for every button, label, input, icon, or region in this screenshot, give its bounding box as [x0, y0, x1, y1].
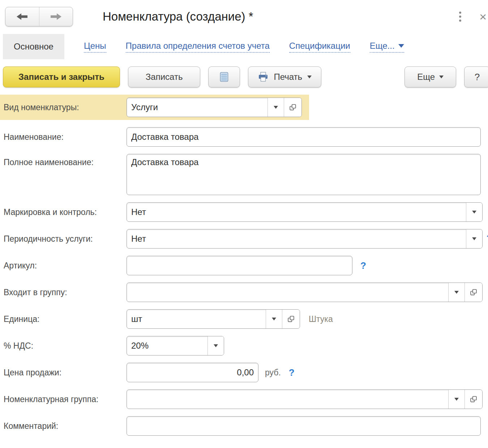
back-arrow-icon [16, 13, 28, 21]
article-help[interactable]: ? [360, 260, 366, 271]
register-records-button[interactable] [208, 66, 240, 87]
service-periodicity-dropdown-button[interactable] [466, 229, 482, 248]
nomenclature-group-open-button[interactable] [465, 390, 482, 409]
unit-dropdown-button[interactable] [266, 310, 282, 328]
unit-open-button[interactable] [282, 310, 300, 328]
kebab-menu-icon[interactable] [458, 10, 463, 23]
field-row-service-periodicity: Периодичность услуги: ? [4, 229, 488, 249]
history-nav-group [5, 7, 73, 26]
page-title: Номенклатура (создание) * [103, 10, 253, 23]
print-button-label: Печать [274, 72, 302, 82]
chevron-down-icon [274, 106, 278, 109]
field-row-article: Артикул: ? [4, 256, 488, 275]
sale-price-input[interactable] [127, 363, 258, 382]
chevron-down-icon [454, 398, 459, 401]
comment-label: Комментарий: [4, 421, 127, 431]
parent-group-combo [127, 283, 483, 302]
tab-more-label: Еще... [370, 41, 395, 51]
chevron-down-icon [272, 318, 276, 320]
chevron-down-icon [214, 344, 218, 347]
chevron-down-icon [454, 291, 459, 294]
close-icon[interactable]: × [479, 10, 487, 23]
name-label: Наименование: [4, 132, 127, 142]
nomenclature-kind-input[interactable] [127, 98, 267, 117]
chevron-down-icon [439, 76, 444, 78]
unit-input[interactable] [127, 310, 266, 328]
sale-price-currency: руб. [265, 368, 281, 378]
field-row-parent-group: Входит в группу: [4, 283, 488, 302]
article-input[interactable] [127, 256, 352, 275]
field-row-nomenclature-kind: Вид номенклатуры: [0, 95, 309, 120]
chevron-down-icon [307, 76, 312, 78]
print-button[interactable]: Печать [248, 66, 321, 87]
open-form-icon [470, 288, 478, 296]
open-form-icon [470, 395, 478, 403]
vat-label: % НДС: [4, 341, 127, 351]
marking-control-combo [127, 202, 483, 222]
tab-prices[interactable]: Цены [84, 41, 106, 53]
field-row-unit: Единица: Штука [4, 309, 488, 329]
vat-input[interactable] [127, 336, 207, 355]
nomenclature-kind-combo [127, 98, 302, 117]
tab-main[interactable]: Основное [3, 34, 64, 59]
sale-price-label: Цена продажи: [4, 368, 127, 378]
help-button[interactable]: ? [464, 66, 488, 87]
field-row-comment: Комментарий: [4, 416, 488, 436]
name-input[interactable] [127, 127, 481, 147]
tab-more[interactable]: Еще... [370, 41, 404, 53]
tab-specifications[interactable]: Спецификации [289, 41, 350, 53]
more-button-label: Еще [417, 72, 435, 82]
full-name-label: Полное наименование: [4, 154, 127, 167]
service-periodicity-combo [127, 229, 483, 249]
printer-icon [258, 72, 269, 82]
nomenclature-kind-dropdown-button[interactable] [267, 98, 284, 117]
nomenclature-form: Вид номенклатуры: Наименование: Полное н… [0, 95, 488, 436]
chevron-down-icon [398, 44, 404, 48]
tab-account-rules[interactable]: Правила определения счетов учета [126, 41, 270, 53]
toolbar: Записать и закрыть Записать Печать Еще [3, 66, 485, 87]
save-and-close-button[interactable]: Записать и закрыть [3, 66, 120, 87]
unit-combo [127, 309, 300, 329]
more-button[interactable]: Еще [404, 66, 456, 87]
nomenclature-group-label: Номенклатурная группа: [4, 395, 127, 404]
open-form-icon [289, 103, 297, 111]
field-row-marking-control: Маркировка и контроль: [4, 202, 488, 222]
parent-group-open-button[interactable] [465, 283, 482, 302]
service-periodicity-input[interactable] [127, 229, 466, 248]
nomenclature-group-dropdown-button[interactable] [448, 390, 465, 409]
marking-control-dropdown-button[interactable] [466, 203, 482, 221]
nomenclature-kind-label: Вид номенклатуры: [4, 103, 127, 112]
nomenclature-create-window: Номенклатура (создание) * × Основное Цен… [0, 0, 488, 448]
comment-input[interactable] [127, 416, 481, 436]
service-periodicity-label: Периодичность услуги: [4, 234, 127, 244]
nomenclature-kind-open-button[interactable] [284, 98, 301, 117]
service-periodicity-help[interactable]: ? [487, 233, 488, 244]
unit-hint: Штука [309, 314, 333, 324]
field-row-nomenclature-group: Номенклатурная группа: [4, 389, 488, 409]
sale-price-help[interactable]: ? [289, 367, 295, 378]
article-label: Артикул: [4, 261, 127, 271]
nomenclature-group-input[interactable] [127, 390, 448, 409]
full-name-textarea[interactable]: Доставка товара [127, 154, 481, 195]
unit-label: Единица: [4, 314, 127, 324]
forward-arrow-icon [50, 13, 62, 21]
register-records-icon [220, 72, 228, 82]
marking-control-input[interactable] [127, 203, 466, 221]
parent-group-dropdown-button[interactable] [448, 283, 465, 302]
field-row-full-name: Полное наименование: Доставка товара [4, 154, 488, 195]
chevron-down-icon [472, 211, 476, 214]
parent-group-input[interactable] [127, 283, 448, 302]
vat-dropdown-button[interactable] [207, 336, 224, 355]
field-row-name: Наименование: [4, 127, 488, 147]
chevron-down-icon [472, 237, 476, 240]
parent-group-label: Входит в группу: [4, 288, 127, 297]
window-header: Номенклатура (создание) * × [0, 0, 488, 30]
nomenclature-group-combo [127, 389, 483, 409]
open-form-icon [287, 315, 295, 323]
tab-bar: Основное Цены Правила определения счетов… [3, 34, 488, 59]
marking-control-label: Маркировка и контроль: [4, 207, 127, 217]
field-row-sale-price: Цена продажи: руб. ? [4, 363, 488, 382]
back-button[interactable] [5, 7, 39, 26]
forward-button[interactable] [39, 7, 73, 26]
save-button[interactable]: Записать [128, 66, 201, 87]
